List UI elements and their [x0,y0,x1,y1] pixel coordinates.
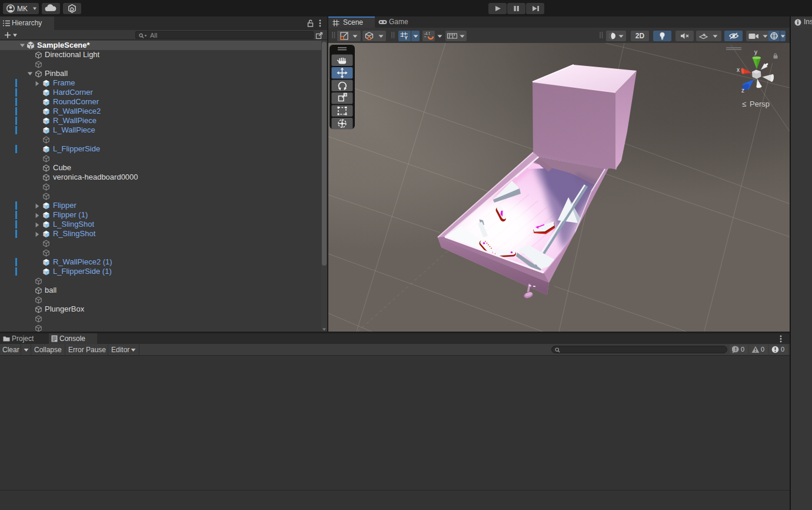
svg-text:Y: Y [404,35,408,40]
svg-text:≤: ≤ [742,100,746,108]
svg-text:Persp: Persp [750,100,770,108]
svg-text:z: z [741,87,744,94]
svg-text:x: x [737,67,740,73]
svg-text:MK: MK [17,5,28,13]
svg-text:y: y [754,49,757,55]
